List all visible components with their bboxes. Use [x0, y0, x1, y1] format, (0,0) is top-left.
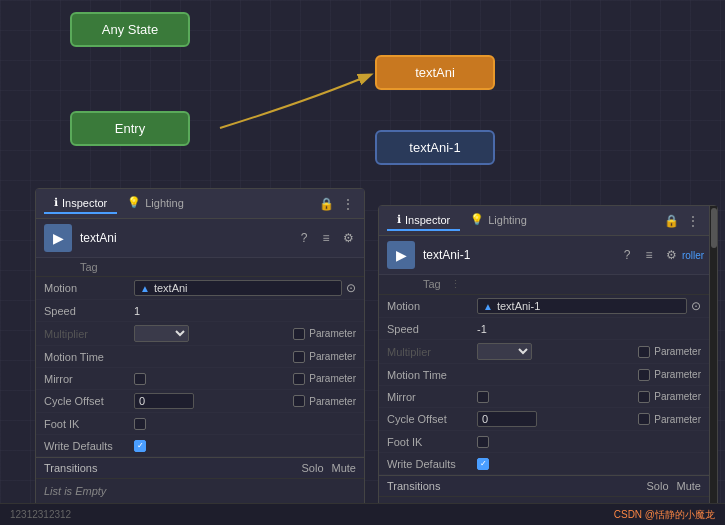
param-check-box-left[interactable]: [293, 328, 305, 340]
lighting-icon-right: 💡: [470, 213, 484, 226]
entry-node[interactable]: Entry: [70, 111, 190, 146]
footik-check-right[interactable]: [477, 436, 489, 448]
motion-field-left[interactable]: ▲ textAni: [134, 280, 342, 296]
motion-field-right[interactable]: ▲ textAni-1: [477, 298, 687, 314]
state-name-left: textAni: [80, 231, 117, 245]
mirror-param-check-right[interactable]: [638, 391, 650, 403]
param-checkbox-motiontime-right: Parameter: [638, 369, 701, 381]
bottom-right-text: CSDN @恬静的小魔龙: [614, 508, 715, 522]
speed-value-left: 1: [134, 305, 356, 317]
panel-tabs-left: ℹ Inspector 💡 Lighting: [44, 193, 194, 214]
scrollbar-right[interactable]: [709, 206, 717, 521]
tag-row-right: Tag ⋮: [379, 275, 709, 295]
footik-row-right: Foot IK: [379, 431, 709, 453]
writedefaults-check-right[interactable]: ✓: [477, 458, 489, 470]
settings-icon-left[interactable]: ⋮: [340, 196, 356, 212]
transitions-btns-right: Solo Mute: [647, 480, 702, 492]
info-icon-right: ℹ: [397, 213, 401, 226]
footik-check-left[interactable]: [134, 418, 146, 430]
mute-btn-right[interactable]: Mute: [677, 480, 701, 492]
bottom-left-text: 12312312312: [10, 509, 71, 520]
solo-btn-left[interactable]: Solo: [302, 462, 324, 474]
textani1-node[interactable]: textAni-1: [375, 130, 495, 165]
anim-icon-left: ▲: [140, 283, 150, 294]
mirror-check-right[interactable]: [477, 391, 489, 403]
tag-menu-right[interactable]: ⋮: [450, 278, 461, 290]
param-checkbox-cycle-right: Parameter: [638, 413, 701, 425]
tab-inspector-left[interactable]: ℹ Inspector: [44, 193, 117, 214]
avatar-right: ▶: [387, 241, 415, 269]
param-checkbox-multiplier-left: Parameter: [293, 328, 356, 340]
multiplier-row-right: Multiplier Parameter: [379, 340, 709, 364]
speed-row-left: Speed 1: [36, 300, 364, 322]
panel-header-left: ℹ Inspector 💡 Lighting 🔒 ⋮: [36, 189, 364, 219]
inspector-panel-right: ℹ Inspector 💡 Lighting 🔒 ⋮ ▶ textAni-1: [378, 205, 718, 522]
solo-btn-right[interactable]: Solo: [647, 480, 669, 492]
param-checkbox-mirror-right: Parameter: [638, 391, 701, 403]
mirror-row-right: Mirror Parameter: [379, 386, 709, 408]
param-checkbox-mirror-left: Parameter: [293, 373, 356, 385]
cycleoffset-row-left: Cycle Offset Parameter: [36, 390, 364, 413]
anim-icon-right: ▲: [483, 301, 493, 312]
list-empty-left: List is Empty: [36, 479, 364, 503]
settings2-icon-right[interactable]: ≡: [641, 247, 657, 263]
settings2-icon-left[interactable]: ≡: [318, 230, 334, 246]
mute-btn-left[interactable]: Mute: [332, 462, 356, 474]
header-icons-right: 🔒 ⋮: [663, 213, 701, 229]
tab-lighting-right[interactable]: 💡 Lighting: [460, 210, 537, 231]
cycleoffset-row-right: Cycle Offset Parameter: [379, 408, 709, 431]
textani-node[interactable]: textAni: [375, 55, 495, 90]
motiontime-row-left: Motion Time Parameter: [36, 346, 364, 368]
cycleoffset-input-left[interactable]: [134, 393, 194, 409]
motion-row-right: Motion ▲ textAni-1 ⊙: [379, 295, 709, 318]
cycleoffset-input-right[interactable]: [477, 411, 537, 427]
settings-icon-right[interactable]: ⋮: [685, 213, 701, 229]
lock-icon-right[interactable]: 🔒: [663, 213, 679, 229]
mirror-row-left: Mirror Parameter: [36, 368, 364, 390]
gear-icon-left[interactable]: ⚙: [340, 230, 356, 246]
cycle-param-check-right[interactable]: [638, 413, 650, 425]
header-icons-left: 🔒 ⋮: [318, 196, 356, 212]
inspector-panel-left: ℹ Inspector 💡 Lighting 🔒 ⋮ ▶ textAni ? ≡…: [35, 188, 365, 525]
multiplier-dropdown-left[interactable]: [134, 325, 189, 342]
roller-tab-right[interactable]: roller: [685, 247, 701, 263]
param-checkbox-multiplier-right: Parameter: [638, 346, 701, 358]
motion-circle-right[interactable]: ⊙: [691, 299, 701, 313]
mirror-param-check-left[interactable]: [293, 373, 305, 385]
avatar-left: ▶: [44, 224, 72, 252]
help-icon-left[interactable]: ?: [296, 230, 312, 246]
cycle-param-check-left[interactable]: [293, 395, 305, 407]
panel-subheader-right: ▶ textAni-1 ? ≡ ⚙ roller: [379, 236, 709, 275]
panel-subheader-left: ▶ textAni ? ≡ ⚙: [36, 219, 364, 258]
mirror-check-left[interactable]: [134, 373, 146, 385]
param-check-box-right[interactable]: [638, 346, 650, 358]
bottom-bar: 12312312312 CSDN @恬静的小魔龙: [0, 503, 725, 525]
motion-circle-left[interactable]: ⊙: [346, 281, 356, 295]
panel-tabs-right: ℹ Inspector 💡 Lighting: [387, 210, 537, 231]
lock-icon-left[interactable]: 🔒: [318, 196, 334, 212]
lighting-icon-left: 💡: [127, 196, 141, 209]
param-checkbox-cycle-left: Parameter: [293, 395, 356, 407]
transitions-bar-right: Transitions Solo Mute: [379, 475, 709, 497]
scrollbar-thumb-right: [711, 208, 717, 248]
speed-row-right: Speed -1: [379, 318, 709, 340]
transitions-bar-left: Transitions Solo Mute: [36, 457, 364, 479]
tab-lighting-left[interactable]: 💡 Lighting: [117, 193, 194, 214]
multiplier-row-left: Multiplier Parameter: [36, 322, 364, 346]
speed-value-right: -1: [477, 323, 701, 335]
multiplier-dropdown-right[interactable]: [477, 343, 532, 360]
writedefaults-row-right: Write Defaults ✓: [379, 453, 709, 475]
motiontime-check-right[interactable]: [638, 369, 650, 381]
writedefaults-row-left: Write Defaults ✓: [36, 435, 364, 457]
help-icon-right[interactable]: ?: [619, 247, 635, 263]
footik-row-left: Foot IK: [36, 413, 364, 435]
gear-icon-right[interactable]: ⚙: [663, 247, 679, 263]
any-state-node[interactable]: Any State: [70, 12, 190, 47]
right-panel-inner: ℹ Inspector 💡 Lighting 🔒 ⋮ ▶ textAni-1: [379, 206, 709, 521]
writedefaults-check-left[interactable]: ✓: [134, 440, 146, 452]
motiontime-check-left[interactable]: [293, 351, 305, 363]
transitions-btns-left: Solo Mute: [302, 462, 357, 474]
motion-row-left: Motion ▲ textAni ⊙: [36, 277, 364, 300]
state-name-right: textAni-1: [423, 248, 470, 262]
tab-inspector-right[interactable]: ℹ Inspector: [387, 210, 460, 231]
